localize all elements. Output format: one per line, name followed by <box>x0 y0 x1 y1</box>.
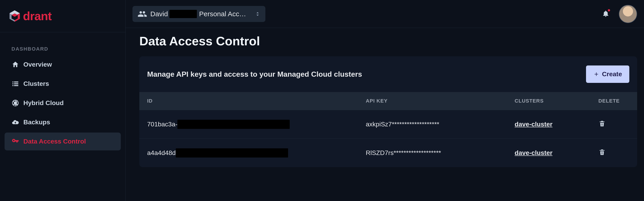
panel-subtitle: Manage API keys and access to your Manag… <box>147 70 362 78</box>
trash-icon <box>598 120 606 127</box>
account-first-name: David <box>150 10 168 18</box>
cluster-link[interactable]: dave-cluster <box>515 149 552 156</box>
globe-icon <box>12 99 19 107</box>
main: David Personal Acc… Data Access Control … <box>126 0 644 201</box>
sidebar-item-label: Overview <box>24 61 52 68</box>
delete-button[interactable] <box>598 149 606 157</box>
redacted-id <box>176 148 288 158</box>
list-icon <box>12 80 19 88</box>
key-id-prefix: 701bac3a- <box>147 121 178 128</box>
account-name: David Personal Acc… <box>150 10 246 18</box>
delete-button[interactable] <box>598 120 606 128</box>
column-header-clusters: CLUSTERS <box>507 92 590 110</box>
logo[interactable]: drant <box>0 0 125 32</box>
column-header-delete: DELETE <box>590 92 637 110</box>
api-key-value: axkpiSz7******************* <box>358 110 507 139</box>
brand-name: drant <box>23 9 52 23</box>
sidebar-item-clusters[interactable]: Clusters <box>4 75 121 93</box>
cloud-upload-icon <box>12 118 19 126</box>
sidebar: drant DASHBOARD Overview Clusters Hybrid… <box>0 0 126 201</box>
chevron-up-down-icon <box>255 11 260 17</box>
sidebar-item-data-access-control[interactable]: Data Access Control <box>4 133 121 150</box>
redacted-id <box>178 120 290 129</box>
nav-section: DASHBOARD Overview Clusters Hybrid Cloud… <box>0 32 125 152</box>
column-header-api-key: API KEY <box>358 92 507 110</box>
qdrant-logo-icon <box>8 10 21 22</box>
column-header-id: ID <box>139 92 358 110</box>
table-row: a4a4d48d RlSZD7rs******************* dav… <box>139 139 637 167</box>
key-icon <box>12 138 19 145</box>
page-title: Data Access Control <box>126 28 644 54</box>
people-icon <box>138 9 147 19</box>
sidebar-item-label: Backups <box>24 119 50 126</box>
sidebar-item-label: Clusters <box>24 80 49 87</box>
account-selector[interactable]: David Personal Acc… <box>132 6 266 22</box>
api-keys-panel: Manage API keys and access to your Manag… <box>139 56 637 167</box>
sidebar-item-label: Hybrid Cloud <box>24 99 64 107</box>
notification-dot-icon <box>608 9 610 11</box>
avatar[interactable] <box>619 5 637 23</box>
api-key-value: RlSZD7rs******************* <box>358 139 507 167</box>
key-id-prefix: a4a4d48d <box>147 149 176 157</box>
sidebar-item-hybrid-cloud[interactable]: Hybrid Cloud <box>4 94 121 112</box>
api-keys-table: ID API KEY CLUSTERS DELETE 701bac3a- <box>139 92 637 167</box>
topbar: David Personal Acc… <box>126 0 644 28</box>
sidebar-item-label: Data Access Control <box>24 138 86 145</box>
home-icon <box>12 61 19 68</box>
redacted-last-name <box>169 10 197 18</box>
sidebar-item-backups[interactable]: Backups <box>4 113 121 131</box>
plus-icon <box>593 71 599 77</box>
notifications-button[interactable] <box>602 10 610 18</box>
nav-section-title: DASHBOARD <box>4 46 121 56</box>
trash-icon <box>598 149 606 156</box>
table-row: 701bac3a- axkpiSz7******************* da… <box>139 110 637 139</box>
account-suffix: Personal Acc… <box>199 10 246 18</box>
sidebar-item-overview[interactable]: Overview <box>4 56 121 73</box>
cluster-link[interactable]: dave-cluster <box>515 121 552 128</box>
create-button-label: Create <box>602 70 622 78</box>
create-button[interactable]: Create <box>586 65 629 83</box>
